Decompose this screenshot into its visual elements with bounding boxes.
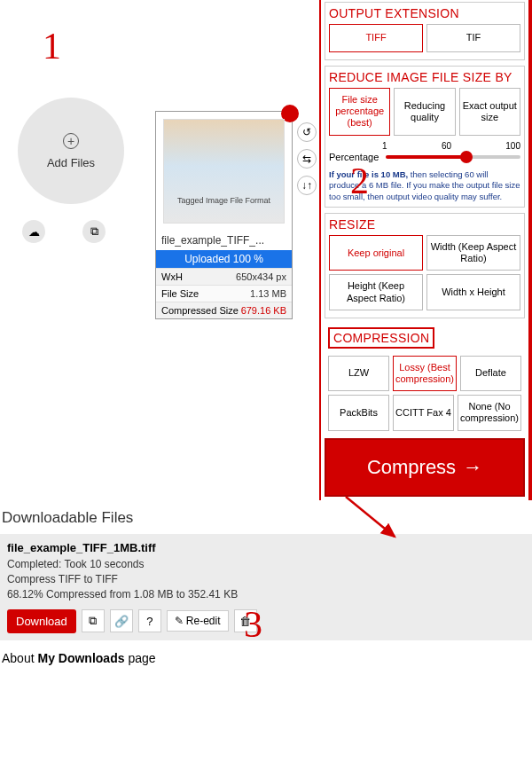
slider-tick: 60 xyxy=(442,141,451,151)
cloud-upload-button[interactable]: ☁ xyxy=(22,220,45,243)
reduce-percentage-option[interactable]: File size percentage (best) xyxy=(329,88,390,136)
arrow-right-icon: → xyxy=(463,456,482,479)
resize-height-aspect[interactable]: Height (Keep Aspect Ratio) xyxy=(329,274,423,310)
cloud-icon: ☁ xyxy=(28,225,40,239)
stat-value: 1.13 MB xyxy=(250,288,286,299)
ext-tif-option[interactable]: TIF xyxy=(426,24,520,52)
download-file-name: file_example_TIFF_1MB.tiff xyxy=(7,541,525,554)
sort-button[interactable]: ↓↑ xyxy=(297,176,317,195)
stat-label: File Size xyxy=(161,288,199,299)
pencil-icon: ✎ xyxy=(175,615,184,627)
stat-row-dimensions: WxH 650x434 px xyxy=(156,268,292,285)
resize-panel: RESIZE Keep original Width (Keep Aspect … xyxy=(325,213,525,318)
step-1-marker: 1 xyxy=(43,25,61,67)
link-icon: 🔗 xyxy=(114,615,129,628)
panel-title: OUTPUT EXTENSION xyxy=(329,6,520,20)
swap-button[interactable]: ⇆ xyxy=(297,149,317,169)
stat-label: WxH xyxy=(161,271,183,282)
slider-tick: 1 xyxy=(382,141,387,151)
output-extension-panel: OUTPUT EXTENSION TIFF TIF xyxy=(325,2,525,60)
panel-title: REDUCE IMAGE FILE SIZE BY xyxy=(329,70,520,84)
resize-width-aspect[interactable]: Width (Keep Aspect Ratio) xyxy=(426,235,520,271)
download-status-line: 68.12% Compressed from 1.08 MB to 352.41… xyxy=(7,588,525,600)
dropbox-icon: ⧉ xyxy=(89,614,97,628)
stat-value: 650x434 px xyxy=(236,271,286,282)
download-status-line: Compress TIFF to TIFF xyxy=(7,573,525,585)
reedit-button[interactable]: ✎Re-edit xyxy=(167,610,229,632)
stat-label: Compressed Size xyxy=(161,305,239,316)
help-icon: ? xyxy=(146,615,153,628)
compression-deflate[interactable]: Deflate xyxy=(460,356,521,391)
stat-row-compressed: Compressed Size 679.16 KB xyxy=(156,302,292,318)
dropbox-icon: ⧉ xyxy=(90,224,98,239)
stat-row-filesize: File Size 1.13 MB xyxy=(156,285,292,302)
panel-title: COMPRESSION xyxy=(328,327,434,349)
help-button[interactable]: ? xyxy=(138,609,161,632)
compression-panel: COMPRESSION LZW Lossy (Best compression)… xyxy=(325,324,525,431)
file-thumbnail: Tagged Image File Format xyxy=(163,119,285,224)
ext-tiff-option[interactable]: TIFF xyxy=(329,24,423,52)
compression-lzw[interactable]: LZW xyxy=(328,356,389,391)
compress-label: Compress xyxy=(367,456,456,479)
download-status-line: Completed: Took 10 seconds xyxy=(7,558,525,570)
add-files-button[interactable]: + Add Files xyxy=(18,98,124,204)
panel-title: RESIZE xyxy=(329,217,520,232)
slider-tick: 100 xyxy=(505,141,520,151)
downloadable-file-block: file_example_TIFF_1MB.tiff Completed: To… xyxy=(0,534,532,640)
downloadable-files-title: Downloadable Files xyxy=(0,500,532,534)
trash-icon: 🗑 xyxy=(239,615,251,628)
compression-ccitt[interactable]: CCITT Fax 4 xyxy=(393,395,454,430)
upload-progress: Uploaded 100 % xyxy=(156,250,292,268)
resize-keep-original[interactable]: Keep original xyxy=(329,235,423,271)
rotate-button[interactable]: ↺ xyxy=(297,122,317,142)
compression-lossy[interactable]: Lossy (Best compression) xyxy=(393,356,457,391)
compression-none[interactable]: None (No compression) xyxy=(458,395,521,430)
dropbox-button[interactable]: ⧉ xyxy=(82,220,106,243)
plus-icon: + xyxy=(63,133,79,149)
link-button[interactable]: 🔗 xyxy=(110,609,133,632)
thumb-format-label: Tagged Image File Format xyxy=(177,196,270,223)
reduce-exact-option[interactable]: Exact output size xyxy=(459,88,520,136)
dropbox-save-button[interactable]: ⧉ xyxy=(82,609,105,632)
file-card: ↺ ⇆ ↓↑ Tagged Image File Format file_exa… xyxy=(155,111,293,319)
percentage-slider[interactable] xyxy=(386,155,520,159)
compress-button[interactable]: Compress → xyxy=(325,438,525,497)
reduce-quality-option[interactable]: Reducing quality xyxy=(394,88,455,136)
file-name: file_example_TIFF_... xyxy=(156,231,292,250)
slider-label: Percentage xyxy=(329,152,382,162)
slider-hint: If your file is 10 MB, then selecting 60… xyxy=(329,169,520,203)
slider-thumb[interactable] xyxy=(460,151,473,163)
about-text: About My Downloads page xyxy=(0,640,532,676)
delete-button[interactable]: 🗑 xyxy=(234,609,257,632)
resize-width-height[interactable]: Width x Height xyxy=(426,274,520,310)
reduce-size-panel: REDUCE IMAGE FILE SIZE BY File size perc… xyxy=(325,66,525,208)
stat-value: 679.16 KB xyxy=(241,305,286,316)
download-button[interactable]: Download xyxy=(7,609,76,633)
compression-packbits[interactable]: PackBits xyxy=(328,395,389,430)
add-files-label: Add Files xyxy=(47,156,95,169)
